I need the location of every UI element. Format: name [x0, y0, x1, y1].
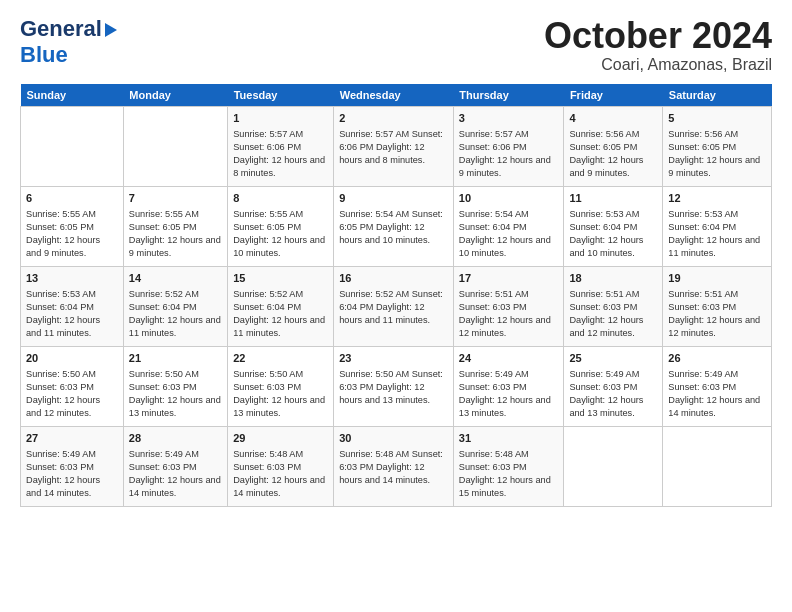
- table-row: 14Sunrise: 5:52 AM Sunset: 6:04 PM Dayli…: [123, 266, 227, 346]
- day-number: 30: [339, 431, 448, 446]
- table-row: 29Sunrise: 5:48 AM Sunset: 6:03 PM Dayli…: [228, 426, 334, 506]
- day-number: 11: [569, 191, 657, 206]
- calendar-week-row: 27Sunrise: 5:49 AM Sunset: 6:03 PM Dayli…: [21, 426, 772, 506]
- cell-content: Sunrise: 5:50 AM Sunset: 6:03 PM Dayligh…: [339, 368, 448, 407]
- header-monday: Monday: [123, 84, 227, 107]
- header-wednesday: Wednesday: [334, 84, 454, 107]
- day-number: 28: [129, 431, 222, 446]
- calendar-week-row: 20Sunrise: 5:50 AM Sunset: 6:03 PM Dayli…: [21, 346, 772, 426]
- header-thursday: Thursday: [453, 84, 564, 107]
- table-row: 31Sunrise: 5:48 AM Sunset: 6:03 PM Dayli…: [453, 426, 564, 506]
- day-number: 12: [668, 191, 766, 206]
- cell-content: Sunrise: 5:51 AM Sunset: 6:03 PM Dayligh…: [668, 288, 766, 340]
- cell-content: Sunrise: 5:50 AM Sunset: 6:03 PM Dayligh…: [129, 368, 222, 420]
- day-number: 7: [129, 191, 222, 206]
- table-row: 24Sunrise: 5:49 AM Sunset: 6:03 PM Dayli…: [453, 346, 564, 426]
- table-row: 28Sunrise: 5:49 AM Sunset: 6:03 PM Dayli…: [123, 426, 227, 506]
- day-number: 26: [668, 351, 766, 366]
- logo-arrow-icon: [105, 23, 117, 37]
- day-number: 10: [459, 191, 559, 206]
- calendar-subtitle: Coari, Amazonas, Brazil: [544, 56, 772, 74]
- cell-content: Sunrise: 5:50 AM Sunset: 6:03 PM Dayligh…: [26, 368, 118, 420]
- cell-content: Sunrise: 5:54 AM Sunset: 6:04 PM Dayligh…: [459, 208, 559, 260]
- table-row: 4Sunrise: 5:56 AM Sunset: 6:05 PM Daylig…: [564, 106, 663, 186]
- cell-content: Sunrise: 5:52 AM Sunset: 6:04 PM Dayligh…: [233, 288, 328, 340]
- cell-content: Sunrise: 5:52 AM Sunset: 6:04 PM Dayligh…: [339, 288, 448, 327]
- cell-content: Sunrise: 5:51 AM Sunset: 6:03 PM Dayligh…: [569, 288, 657, 340]
- table-row: 26Sunrise: 5:49 AM Sunset: 6:03 PM Dayli…: [663, 346, 772, 426]
- cell-content: Sunrise: 5:51 AM Sunset: 6:03 PM Dayligh…: [459, 288, 559, 340]
- table-row: 30Sunrise: 5:48 AM Sunset: 6:03 PM Dayli…: [334, 426, 454, 506]
- table-row: 25Sunrise: 5:49 AM Sunset: 6:03 PM Dayli…: [564, 346, 663, 426]
- calendar-table: Sunday Monday Tuesday Wednesday Thursday…: [20, 84, 772, 507]
- calendar-week-row: 6Sunrise: 5:55 AM Sunset: 6:05 PM Daylig…: [21, 186, 772, 266]
- title-block: October 2024 Coari, Amazonas, Brazil: [544, 16, 772, 74]
- cell-content: Sunrise: 5:49 AM Sunset: 6:03 PM Dayligh…: [26, 448, 118, 500]
- day-number: 25: [569, 351, 657, 366]
- day-number: 19: [668, 271, 766, 286]
- cell-content: Sunrise: 5:55 AM Sunset: 6:05 PM Dayligh…: [129, 208, 222, 260]
- table-row: 15Sunrise: 5:52 AM Sunset: 6:04 PM Dayli…: [228, 266, 334, 346]
- day-number: 23: [339, 351, 448, 366]
- day-number: 5: [668, 111, 766, 126]
- table-row: 7Sunrise: 5:55 AM Sunset: 6:05 PM Daylig…: [123, 186, 227, 266]
- table-row: 12Sunrise: 5:53 AM Sunset: 6:04 PM Dayli…: [663, 186, 772, 266]
- table-row: 10Sunrise: 5:54 AM Sunset: 6:04 PM Dayli…: [453, 186, 564, 266]
- day-number: 13: [26, 271, 118, 286]
- table-row: 3Sunrise: 5:57 AM Sunset: 6:06 PM Daylig…: [453, 106, 564, 186]
- day-number: 4: [569, 111, 657, 126]
- day-number: 6: [26, 191, 118, 206]
- day-number: 20: [26, 351, 118, 366]
- day-number: 27: [26, 431, 118, 446]
- header-saturday: Saturday: [663, 84, 772, 107]
- table-row: 16Sunrise: 5:52 AM Sunset: 6:04 PM Dayli…: [334, 266, 454, 346]
- page: General Blue October 2024 Coari, Amazona…: [0, 0, 792, 612]
- day-number: 17: [459, 271, 559, 286]
- table-row: 5Sunrise: 5:56 AM Sunset: 6:05 PM Daylig…: [663, 106, 772, 186]
- calendar-week-row: 13Sunrise: 5:53 AM Sunset: 6:04 PM Dayli…: [21, 266, 772, 346]
- day-number: 31: [459, 431, 559, 446]
- calendar-title: October 2024: [544, 16, 772, 56]
- cell-content: Sunrise: 5:48 AM Sunset: 6:03 PM Dayligh…: [459, 448, 559, 500]
- day-number: 16: [339, 271, 448, 286]
- cell-content: Sunrise: 5:57 AM Sunset: 6:06 PM Dayligh…: [233, 128, 328, 180]
- table-row: 23Sunrise: 5:50 AM Sunset: 6:03 PM Dayli…: [334, 346, 454, 426]
- day-number: 3: [459, 111, 559, 126]
- cell-content: Sunrise: 5:49 AM Sunset: 6:03 PM Dayligh…: [569, 368, 657, 420]
- header: General Blue October 2024 Coari, Amazona…: [20, 16, 772, 74]
- cell-content: Sunrise: 5:54 AM Sunset: 6:05 PM Dayligh…: [339, 208, 448, 247]
- table-row: 2Sunrise: 5:57 AM Sunset: 6:06 PM Daylig…: [334, 106, 454, 186]
- cell-content: Sunrise: 5:48 AM Sunset: 6:03 PM Dayligh…: [339, 448, 448, 487]
- table-row: 27Sunrise: 5:49 AM Sunset: 6:03 PM Dayli…: [21, 426, 124, 506]
- cell-content: Sunrise: 5:56 AM Sunset: 6:05 PM Dayligh…: [569, 128, 657, 180]
- table-row: 8Sunrise: 5:55 AM Sunset: 6:05 PM Daylig…: [228, 186, 334, 266]
- day-number: 21: [129, 351, 222, 366]
- cell-content: Sunrise: 5:57 AM Sunset: 6:06 PM Dayligh…: [339, 128, 448, 167]
- day-number: 24: [459, 351, 559, 366]
- logo-blue-text: Blue: [20, 42, 68, 67]
- table-row: 19Sunrise: 5:51 AM Sunset: 6:03 PM Dayli…: [663, 266, 772, 346]
- table-row: 13Sunrise: 5:53 AM Sunset: 6:04 PM Dayli…: [21, 266, 124, 346]
- table-row: 6Sunrise: 5:55 AM Sunset: 6:05 PM Daylig…: [21, 186, 124, 266]
- cell-content: Sunrise: 5:48 AM Sunset: 6:03 PM Dayligh…: [233, 448, 328, 500]
- cell-content: Sunrise: 5:57 AM Sunset: 6:06 PM Dayligh…: [459, 128, 559, 180]
- table-row: 22Sunrise: 5:50 AM Sunset: 6:03 PM Dayli…: [228, 346, 334, 426]
- logo: General Blue: [20, 16, 117, 68]
- table-row: [564, 426, 663, 506]
- day-number: 8: [233, 191, 328, 206]
- header-tuesday: Tuesday: [228, 84, 334, 107]
- day-number: 22: [233, 351, 328, 366]
- table-row: 11Sunrise: 5:53 AM Sunset: 6:04 PM Dayli…: [564, 186, 663, 266]
- table-row: 20Sunrise: 5:50 AM Sunset: 6:03 PM Dayli…: [21, 346, 124, 426]
- calendar-header-row: Sunday Monday Tuesday Wednesday Thursday…: [21, 84, 772, 107]
- cell-content: Sunrise: 5:53 AM Sunset: 6:04 PM Dayligh…: [569, 208, 657, 260]
- table-row: 1Sunrise: 5:57 AM Sunset: 6:06 PM Daylig…: [228, 106, 334, 186]
- cell-content: Sunrise: 5:50 AM Sunset: 6:03 PM Dayligh…: [233, 368, 328, 420]
- cell-content: Sunrise: 5:55 AM Sunset: 6:05 PM Dayligh…: [26, 208, 118, 260]
- day-number: 15: [233, 271, 328, 286]
- cell-content: Sunrise: 5:56 AM Sunset: 6:05 PM Dayligh…: [668, 128, 766, 180]
- table-row: [21, 106, 124, 186]
- day-number: 14: [129, 271, 222, 286]
- logo-text: General: [20, 16, 117, 42]
- table-row: 9Sunrise: 5:54 AM Sunset: 6:05 PM Daylig…: [334, 186, 454, 266]
